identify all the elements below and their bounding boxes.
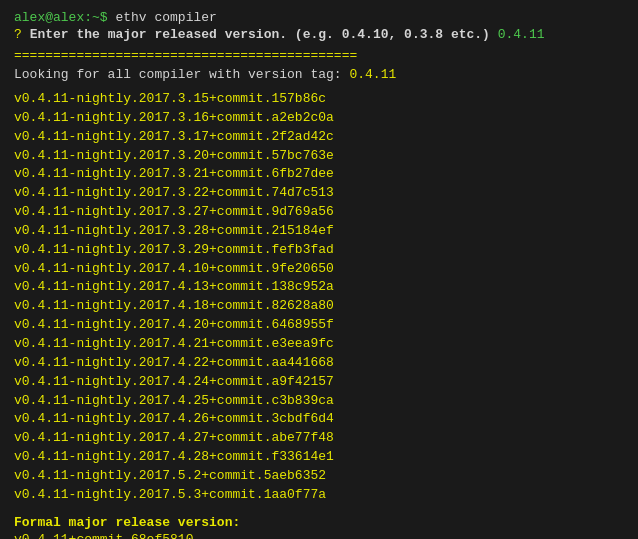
list-item: v0.4.11-nightly.2017.3.16+commit.a2eb2c0… xyxy=(14,109,624,128)
list-item: v0.4.11-nightly.2017.3.28+commit.215184e… xyxy=(14,222,624,241)
question-answer: 0.4.11 xyxy=(498,27,545,42)
divider: ========================================… xyxy=(14,48,624,63)
list-item: v0.4.11-nightly.2017.4.10+commit.9fe2065… xyxy=(14,260,624,279)
formal-label: Formal major release version: xyxy=(14,515,624,530)
terminal: alex@alex:~$ ethv compiler ? Enter the m… xyxy=(14,10,624,539)
list-item: v0.4.11-nightly.2017.4.18+commit.82628a8… xyxy=(14,297,624,316)
list-item: v0.4.11-nightly.2017.4.25+commit.c3b839c… xyxy=(14,392,624,411)
list-item: v0.4.11-nightly.2017.3.29+commit.fefb3fa… xyxy=(14,241,624,260)
list-item: v0.4.11-nightly.2017.5.3+commit.1aa0f77a xyxy=(14,486,624,505)
question-mark: ? xyxy=(14,27,22,42)
list-item: v0.4.11-nightly.2017.3.22+commit.74d7c51… xyxy=(14,184,624,203)
list-item: v0.4.11-nightly.2017.3.15+commit.157b86c xyxy=(14,90,624,109)
version-tag: 0.4.11 xyxy=(349,67,396,82)
list-item: v0.4.11-nightly.2017.3.17+commit.2f2ad42… xyxy=(14,128,624,147)
command-text: ethv compiler xyxy=(115,10,216,25)
looking-text: Looking for all compiler with version ta… xyxy=(14,67,349,82)
list-item: v0.4.11-nightly.2017.4.27+commit.abe77f4… xyxy=(14,429,624,448)
list-item: v0.4.11-nightly.2017.3.27+commit.9d769a5… xyxy=(14,203,624,222)
list-item: v0.4.11-nightly.2017.4.20+commit.6468955… xyxy=(14,316,624,335)
list-item: v0.4.11-nightly.2017.4.22+commit.aa44166… xyxy=(14,354,624,373)
list-item: v0.4.11-nightly.2017.4.28+commit.f33614e… xyxy=(14,448,624,467)
list-item: v0.4.11-nightly.2017.3.21+commit.6fb27de… xyxy=(14,165,624,184)
list-item: v0.4.11-nightly.2017.4.21+commit.e3eea9f… xyxy=(14,335,624,354)
prompt-line: alex@alex:~$ ethv compiler xyxy=(14,10,624,25)
list-item: v0.4.11-nightly.2017.3.20+commit.57bc763… xyxy=(14,147,624,166)
list-item: v0.4.11-nightly.2017.4.24+commit.a9f4215… xyxy=(14,373,624,392)
user-host: alex@alex:~$ xyxy=(14,10,108,25)
looking-line: Looking for all compiler with version ta… xyxy=(14,67,624,82)
list-item: v0.4.11-nightly.2017.4.13+commit.138c952… xyxy=(14,278,624,297)
question-text: Enter the major released version. (e.g. … xyxy=(30,27,490,42)
formal-version: v0.4.11+commit.68ef5810 xyxy=(14,532,624,539)
version-list: v0.4.11-nightly.2017.3.15+commit.157b86c… xyxy=(14,90,624,505)
list-item: v0.4.11-nightly.2017.5.2+commit.5aeb6352 xyxy=(14,467,624,486)
question-line: ? Enter the major released version. (e.g… xyxy=(14,27,624,42)
formal-section: Formal major release version: v0.4.11+co… xyxy=(14,515,624,539)
list-item: v0.4.11-nightly.2017.4.26+commit.3cbdf6d… xyxy=(14,410,624,429)
